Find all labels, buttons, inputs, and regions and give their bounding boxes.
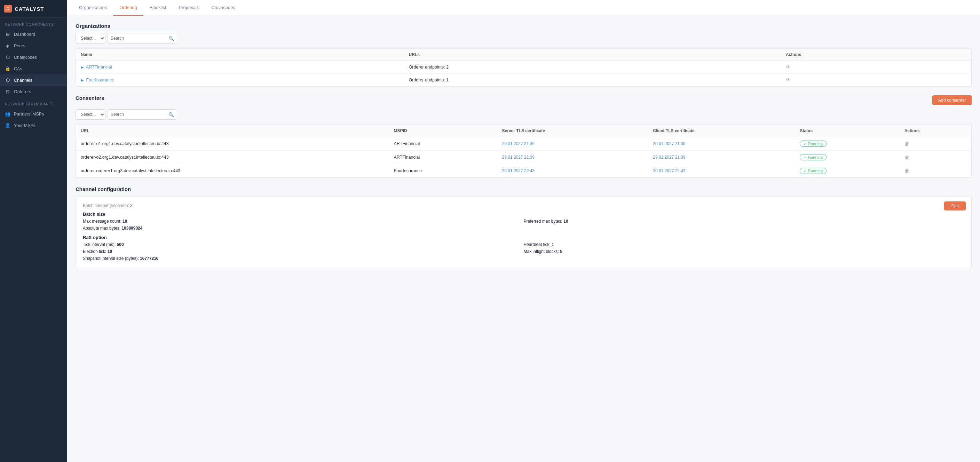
tick-interval-label: Tick interval (ms):	[83, 242, 116, 247]
sidebar-item-chaincodes[interactable]: ⬡ Chaincodes	[0, 51, 67, 63]
table-row: orderer-o2.org1.dev.catalyst.intellecteu…	[76, 151, 971, 164]
consenter-url: orderer-o1.org1.dev.catalyst.intellecteu…	[76, 137, 389, 151]
organizations-search-wrap: 🔍	[108, 33, 177, 43]
delete-icon[interactable]: 🗑	[904, 154, 909, 160]
consenters-title: Consenters	[76, 95, 104, 101]
main-area: Organizations Ordering Blocklist Proposa…	[67, 0, 980, 462]
main-tabs: Organizations Ordering Blocklist Proposa…	[67, 0, 980, 16]
organizations-filter-select[interactable]: Select...	[76, 33, 105, 43]
edit-button[interactable]: Edit	[944, 202, 966, 211]
consenter-actions: 🗑	[900, 137, 971, 151]
org-name-link[interactable]: FourInsurance	[86, 78, 114, 83]
sidebar-item-partners-msps[interactable]: 👥 Partners' MSPs	[0, 108, 67, 120]
client-tls-link[interactable]: 29.01.2027 21:39	[653, 155, 685, 160]
tab-blocklist[interactable]: Blocklist	[143, 0, 173, 16]
status-badge: ✓ Running	[800, 154, 827, 160]
election-tick-label: Election tick:	[83, 249, 106, 254]
view-icon[interactable]: 👁	[786, 64, 791, 70]
delete-icon[interactable]: 🗑	[904, 141, 909, 146]
sidebar-item-label: Your MSPs	[14, 123, 35, 128]
status-badge: ✓ Running	[800, 168, 827, 174]
consenters-search-icon[interactable]: 🔍	[169, 112, 174, 117]
status-text: Running	[808, 155, 823, 159]
consenter-url: orderer-orderer1.org3.dev.catalyst.intel…	[76, 164, 389, 178]
server-tls-link[interactable]: 29.01.2027 22:43	[502, 168, 535, 173]
sidebar-item-peers[interactable]: ◈ Peers	[0, 40, 67, 51]
raft-title: Raft option	[83, 235, 964, 240]
consenter-mspid: ARTFinancial	[389, 137, 497, 151]
consenters-search-input[interactable]	[111, 112, 166, 117]
sidebar-item-label: Orderers	[14, 89, 31, 94]
expand-icon[interactable]: ▶	[81, 78, 84, 82]
sidebar-item-orderers[interactable]: ⊟ Orderers	[0, 86, 67, 97]
consenters-search-wrap: 🔍	[108, 109, 177, 120]
expand-icon[interactable]: ▶	[81, 65, 84, 69]
sidebar-item-your-msps[interactable]: 👤 Your MSPs	[0, 120, 67, 131]
election-tick-value: 10	[108, 249, 112, 254]
col-client-tls: Client TLS certificate	[648, 125, 795, 137]
heartbeat-tick-label: Heartbeat tick:	[524, 242, 550, 247]
consenter-mspid: ARTFinancial	[389, 151, 497, 164]
preferred-max-bytes-value: 10	[563, 219, 568, 224]
tab-chaincodes[interactable]: Chaincodes	[205, 0, 242, 16]
sidebar-item-label: Dashboard	[14, 32, 35, 37]
server-tls-link[interactable]: 29.01.2027 21:39	[502, 141, 535, 146]
server-tls-link[interactable]: 29.01.2027 21:39	[502, 155, 535, 160]
tab-organizations[interactable]: Organizations	[73, 0, 113, 16]
cas-icon: 🔒	[5, 66, 10, 71]
consenters-table: URL MSPID Server TLS certificate Client …	[76, 125, 972, 178]
org-name-cell: ▶ FourInsurance	[76, 74, 404, 87]
organizations-title: Organizations	[76, 23, 972, 29]
max-inflight-blocks-label: Max inflight blocks:	[524, 249, 559, 254]
sidebar-item-channels[interactable]: ⬡ Channels	[0, 75, 67, 86]
org-actions-cell: 👁	[781, 61, 971, 74]
consenter-server-tls: 29.01.2027 22:43	[497, 164, 648, 178]
view-icon[interactable]: 👁	[786, 77, 791, 83]
consenters-header: Consenters Add consenter	[76, 95, 972, 105]
batch-timeout-block: Batch timeout (seconds): 2	[83, 203, 964, 208]
col-urls: URLs	[404, 49, 781, 61]
absolute-max-bytes-value: 103809024	[121, 226, 142, 231]
sidebar-item-cas[interactable]: 🔒 CAs	[0, 63, 67, 75]
org-name-cell: ▶ ARTFinancial	[76, 61, 404, 74]
status-dot-icon: ✓	[803, 142, 807, 146]
org-name-link[interactable]: ARTFinancial	[86, 65, 112, 70]
consenter-server-tls: 29.01.2027 21:39	[497, 137, 648, 151]
preferred-max-bytes-field: Preferred max bytes: 10	[524, 219, 965, 224]
election-tick-field: Election tick: 10	[83, 249, 524, 254]
consenter-status: ✓ Running	[795, 151, 899, 164]
add-consenter-button[interactable]: Add consenter	[932, 95, 972, 105]
status-dot-icon: ✓	[803, 156, 807, 159]
sidebar-section-participants: Network participants 👥 Partners' MSPs 👤 …	[0, 97, 67, 131]
sidebar-item-label: Partners' MSPs	[14, 112, 44, 116]
sidebar-item-dashboard[interactable]: ⊞ Dashboard	[0, 29, 67, 40]
channels-icon: ⬡	[5, 78, 10, 83]
network-participants-label: Network participants	[0, 97, 67, 108]
partners-icon: 👥	[5, 111, 10, 116]
sidebar-item-label: CAs	[14, 67, 22, 71]
org-actions-cell: 👁	[781, 74, 971, 87]
chaincodes-icon: ⬡	[5, 55, 10, 60]
max-inflight-blocks-field: Max inflight blocks: 5	[524, 249, 965, 254]
consenter-actions: 🗑	[900, 164, 971, 178]
max-message-count-value: 10	[123, 219, 127, 224]
organizations-search-input[interactable]	[111, 36, 166, 41]
sidebar-section-network: Network components ⊞ Dashboard ◈ Peers ⬡…	[0, 18, 67, 97]
channel-config-card: Edit Batch timeout (seconds): 2 Batch si…	[76, 196, 972, 268]
snapshot-interval-field: Snapshot interval size (bytes): 16777216	[83, 256, 524, 261]
client-tls-link[interactable]: 29.01.2027 22:43	[653, 168, 685, 173]
tab-proposals[interactable]: Proposals	[172, 0, 205, 16]
organizations-search-bar: Select... 🔍	[76, 33, 972, 43]
consenter-client-tls: 29.01.2027 21:39	[648, 151, 795, 164]
col-name: Name	[76, 49, 404, 61]
client-tls-link[interactable]: 29.01.2027 21:39	[653, 141, 685, 146]
col-actions: Actions	[781, 49, 971, 61]
consenter-status: ✓ Running	[795, 137, 899, 151]
sidebar-logo: C CATALYST	[0, 0, 67, 18]
tab-ordering[interactable]: Ordering	[113, 0, 143, 16]
snapshot-interval-value: 16777216	[140, 256, 158, 261]
channel-config-title: Channel configuration	[76, 186, 972, 192]
consenters-filter-select[interactable]: Select...	[76, 109, 105, 120]
organizations-search-icon[interactable]: 🔍	[169, 36, 174, 41]
delete-icon[interactable]: 🗑	[904, 168, 909, 174]
